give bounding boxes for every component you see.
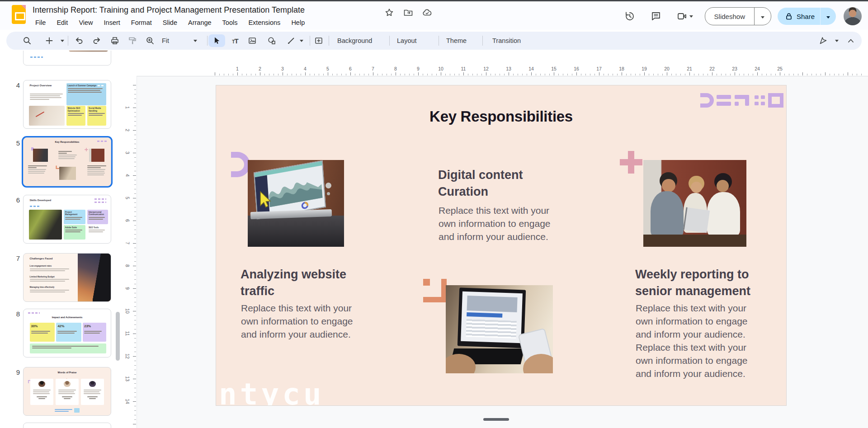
cloud-saved-icon[interactable]: [422, 8, 432, 18]
template-logo-decoration[interactable]: [697, 93, 783, 108]
thumbnail-slide-6[interactable]: Skills Developed Project Management Inte…: [23, 195, 111, 244]
thumbnail-slide-3-partial[interactable]: [23, 51, 111, 66]
thumb7-item3: Managing time effectively: [30, 286, 72, 293]
line-caret-icon[interactable]: [297, 36, 307, 46]
move-folder-icon[interactable]: [403, 8, 413, 18]
thumb5-photo3: [89, 149, 105, 162]
menu-help[interactable]: Help: [286, 18, 310, 28]
print-icon[interactable]: [110, 36, 120, 46]
filmstrip-scrollbar[interactable]: [116, 312, 120, 361]
thumb9-card-3: [81, 379, 104, 404]
thumbnail-slide-5-selected[interactable]: Key Responsibilities: [23, 137, 111, 186]
google-slides-logo-icon[interactable]: [12, 5, 26, 24]
thumb5-col3: [87, 165, 106, 176]
theme-button[interactable]: Theme: [446, 37, 467, 44]
comments-icon[interactable]: [651, 11, 661, 22]
menu-slide[interactable]: Slide: [157, 18, 183, 28]
thumb4-yellow-box-2: Social Media Handling: [87, 106, 106, 125]
insert-image-icon[interactable]: [247, 36, 257, 46]
thumb4-photo: [29, 106, 65, 125]
background-button[interactable]: Background: [337, 37, 372, 44]
fit-caret-icon[interactable]: [190, 36, 200, 46]
menu-insert[interactable]: Insert: [99, 18, 126, 28]
menubar: File Edit View Insert Format Slide Arran…: [30, 18, 310, 28]
select-tool-icon[interactable]: [212, 36, 222, 46]
thumb6-title: Skills Developed: [30, 199, 52, 202]
thumb5-col2: [58, 150, 77, 160]
thumbnail-slide-10-partial[interactable]: [23, 423, 111, 428]
thumb8-green-box: [30, 343, 107, 353]
thumb8-stat-yellow: 30%: [30, 323, 55, 342]
star-icon[interactable]: [384, 8, 394, 18]
redo-icon[interactable]: [92, 36, 102, 46]
share-caret-icon[interactable]: [821, 12, 836, 20]
menu-edit[interactable]: Edit: [51, 18, 73, 28]
thumb9-footer-lines: [55, 408, 72, 413]
menu-format[interactable]: Format: [126, 18, 157, 28]
thumbnail-slide-4[interactable]: Project Overview Launch of Summer Campai…: [23, 80, 111, 129]
meet-caret-icon[interactable]: [689, 15, 693, 18]
slide-number-8: 8: [10, 310, 20, 318]
menu-view[interactable]: View: [73, 18, 98, 28]
thumb4-blue-box: Launch of Summer Campaign: [66, 83, 107, 105]
thumbnail-slide-9[interactable]: Words of Praise: [23, 367, 111, 416]
pen-pointer-icon[interactable]: [818, 36, 828, 46]
thumbnail-slide-7[interactable]: Challenges Faced Low engagement rates Li…: [23, 253, 111, 302]
pointer-caret-icon[interactable]: [832, 36, 842, 46]
text-box-icon[interactable]: TT: [230, 36, 240, 46]
slideshow-button[interactable]: Slideshow: [705, 7, 771, 25]
column1-body[interactable]: Replace this text with your own informat…: [241, 301, 361, 341]
account-avatar[interactable]: [844, 7, 862, 25]
thumb6-photo: [29, 210, 62, 240]
undo-icon[interactable]: [74, 36, 84, 46]
transition-button[interactable]: Transition: [492, 37, 521, 44]
menu-tools[interactable]: Tools: [217, 18, 243, 28]
photo-content-browsing[interactable]: [446, 285, 553, 373]
logo-fold: [21, 5, 26, 9]
insert-line-icon[interactable]: [286, 36, 296, 46]
new-slide-caret-icon[interactable]: [57, 36, 67, 46]
search-menus-icon[interactable]: [22, 36, 32, 46]
thumb5-col1: [28, 165, 47, 174]
white-glyphs-decoration[interactable]: ntycu: [219, 377, 325, 406]
document-title[interactable]: Internship Report: Training and Project …: [33, 5, 305, 15]
salmon-bracket-decoration[interactable]: [423, 279, 447, 302]
column1-heading[interactable]: Analyzing website traffic: [241, 266, 354, 300]
hide-menus-icon[interactable]: [846, 36, 856, 46]
menu-file[interactable]: File: [30, 18, 51, 28]
lock-icon: [785, 12, 793, 20]
zoom-fit-select[interactable]: Fit: [162, 37, 169, 44]
thumb4-textlines: [30, 93, 63, 101]
slideshow-caret-icon[interactable]: [755, 12, 771, 20]
slide-canvas[interactable]: Key Responsibilities ntycu: [216, 85, 787, 406]
slide-title[interactable]: Key Responsibilities: [216, 108, 786, 125]
thumbnail-slide-8[interactable]: Impact and Achievements 30% 42% 23%: [23, 309, 111, 357]
column2-body[interactable]: Replace this text with your own informat…: [439, 204, 561, 243]
vertical-ruler: 1234567891011121314: [122, 76, 137, 428]
share-button[interactable]: Share: [778, 8, 836, 25]
menu-arrange[interactable]: Arrange: [183, 18, 217, 28]
purple-c-decoration[interactable]: [231, 152, 250, 177]
thumb9-title: Words of Praise: [24, 371, 111, 374]
paint-format-icon[interactable]: [127, 36, 137, 46]
zoom-icon[interactable]: [145, 36, 155, 46]
column2-heading[interactable]: Digital content Curation: [438, 167, 535, 200]
slide-number-5: 5: [10, 139, 20, 147]
thumb6-box-white: SEO Tools: [87, 225, 108, 240]
photo-team-meeting[interactable]: [643, 160, 746, 247]
menu-extensions[interactable]: Extensions: [243, 18, 286, 28]
version-history-icon[interactable]: [624, 11, 635, 22]
insert-shape-icon[interactable]: [267, 36, 277, 46]
meet-camera-icon[interactable]: [677, 11, 688, 22]
insert-placeholder-icon[interactable]: [314, 36, 324, 46]
toolbar: Fit TT Background Layout Theme Transitio…: [6, 32, 862, 50]
column3-body[interactable]: Replace this text with your own informat…: [636, 301, 757, 380]
new-slide-icon[interactable]: [44, 36, 54, 46]
pink-plus-decoration[interactable]: [620, 151, 642, 174]
share-label: Share: [797, 13, 815, 20]
slide-number-4: 4: [10, 81, 20, 89]
column3-heading[interactable]: Weekly reporting to senior management: [635, 266, 753, 300]
thumb8-title: Impact and Achievements: [24, 316, 111, 319]
speaker-notes-handle[interactable]: [483, 418, 509, 421]
layout-button[interactable]: Layout: [397, 37, 417, 44]
